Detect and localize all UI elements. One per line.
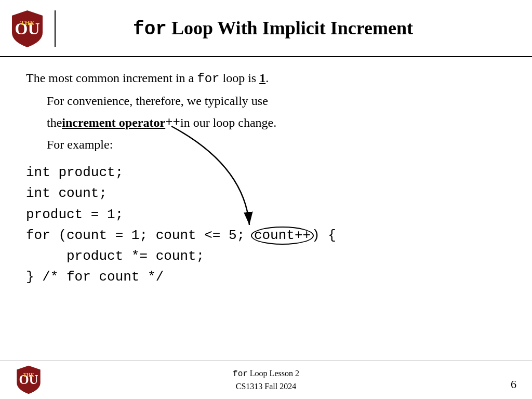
slide-title: for Loop With Implicit Increment <box>66 17 522 40</box>
footer: OU THE for Loop Lesson 2 CS1313 Fall 202… <box>0 360 532 399</box>
footer-text: for Loop Lesson 2 CS1313 Fall 2024 <box>233 367 299 393</box>
footer-line-1: for Loop Lesson 2 <box>233 367 299 380</box>
slide-content: The most common increment in a for loop … <box>0 57 532 360</box>
for-keyword-1: for <box>197 72 219 86</box>
text-the: the <box>47 113 62 132</box>
text-loop-is: loop is <box>219 71 259 85</box>
page-number: 6 <box>511 378 516 391</box>
intro-line-3: the increment operator ++ in our loop ch… <box>47 113 506 132</box>
code-block: int product; int count; product = 1; for… <box>26 162 506 288</box>
text-common: The most common increment in a <box>26 71 197 85</box>
code-line-3: product = 1; <box>26 204 506 225</box>
footer-line-2: CS1313 Fall 2024 <box>233 380 299 393</box>
intro-line-2: For convenience, therefore, we typically… <box>47 91 506 110</box>
increment-operator-label: increment operator <box>62 113 165 132</box>
footer-for-keyword: for <box>233 369 248 379</box>
text-convenience: For convenience, therefore, we typically… <box>47 94 268 108</box>
svg-text:THE: THE <box>20 19 34 26</box>
count-plusplus-highlight: count++ <box>251 227 314 245</box>
code-line-6: } /* for count */ <box>26 267 506 287</box>
footer-lesson-text: Loop Lesson 2 <box>248 369 299 378</box>
intro-line-4: For example: <box>47 135 506 154</box>
header: OU THE for Loop With Implicit Increment <box>0 0 532 57</box>
title-text: Loop With Implicit Increment <box>167 18 413 38</box>
text-for-example: For example: <box>47 138 113 151</box>
code-line-4: for (count = 1; count <= 5; count++) { <box>26 225 506 246</box>
slide: OU THE for Loop With Implicit Increment … <box>0 0 532 399</box>
text-in-loop: in our loop change. <box>180 113 276 132</box>
code-line-1: int product; <box>26 162 506 183</box>
title-code-keyword: for <box>133 19 167 40</box>
ou-logo-header: OU THE <box>10 9 44 48</box>
intro-line-1: The most common increment in a for loop … <box>26 69 506 88</box>
number-one: 1 <box>259 71 265 85</box>
svg-text:THE: THE <box>23 372 34 378</box>
ou-logo-footer: OU THE <box>16 365 42 395</box>
logo-area: OU THE <box>10 9 44 48</box>
plusplus-operator: ++ <box>165 113 180 132</box>
header-divider <box>55 10 56 47</box>
code-line-2: int count; <box>26 183 506 204</box>
code-line-5: product *= count; <box>26 246 506 267</box>
period: . <box>265 71 269 85</box>
